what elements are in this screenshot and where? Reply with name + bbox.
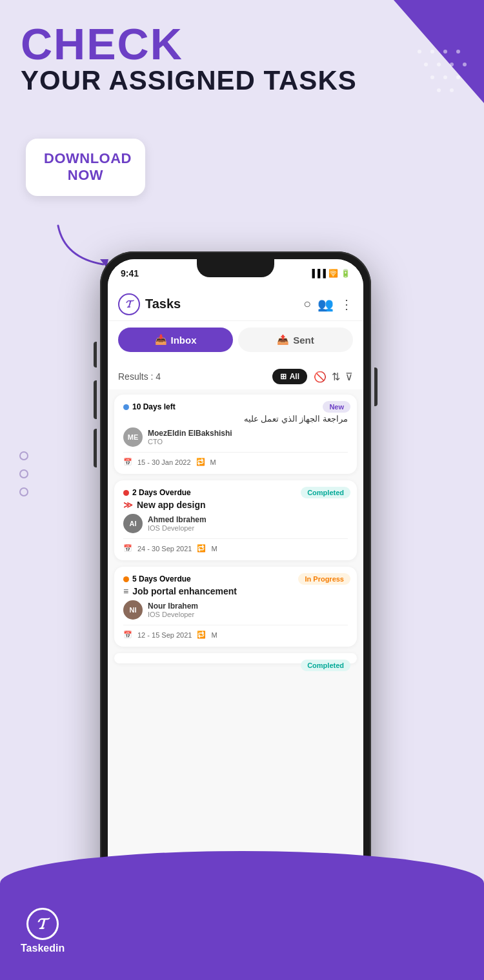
status-time: 9:41: [121, 268, 139, 279]
svg-point-11: [437, 88, 441, 92]
battery-icon: 🔋: [341, 269, 350, 278]
task-1-days: 10 Days left: [123, 402, 348, 411]
svg-point-6: [450, 63, 454, 66]
deco-circles: [19, 451, 28, 496]
task-2-person: AI Ahmed Ibrahem IOS Developer: [123, 514, 348, 533]
repeat-icon: 🔁: [196, 458, 205, 466]
dot-icon: [123, 404, 129, 410]
task-card-1[interactable]: New 10 Days left مراجعة الجهاز الذي تعمل…: [114, 395, 357, 474]
task-1-person: ME MoezEldin ElBakshishi CTO: [123, 427, 348, 447]
sort-icon[interactable]: ⇅: [332, 371, 340, 383]
power-button: [374, 368, 378, 406]
app-title: Tasks: [145, 297, 298, 311]
signal-icon: ▐▐▐: [309, 269, 326, 278]
brand-logo: 𝓣: [26, 908, 59, 940]
task-1-badge: New: [323, 401, 350, 413]
assigned-heading: YOUR ASSIGNED TASKS: [21, 66, 357, 95]
results-count: Results : 4: [118, 371, 266, 382]
status-bar: 9:41 ▐▐▐ 🛜 🔋: [108, 259, 363, 288]
task-2-title: ≫ New app design: [123, 500, 348, 510]
brand-name: Taskedin: [21, 943, 65, 954]
svg-point-8: [430, 75, 434, 79]
svg-point-10: [456, 75, 460, 79]
avatar-1: ME: [123, 427, 143, 447]
person-3-name: Nour Ibrahem: [148, 602, 198, 611]
task-3-title: ≡ Job portal enhancement: [123, 586, 348, 596]
download-text: DOWNLOADNOW: [44, 150, 127, 184]
repeat-icon: 🔁: [197, 544, 206, 553]
tabs-section: 📥 Inbox 📤 Sent: [108, 321, 363, 358]
avatar-3: NI: [123, 600, 143, 620]
task-3-meta: 📅 12 - 15 Sep 2021 🔁 M: [123, 625, 348, 639]
inbox-tab[interactable]: 📥 Inbox: [118, 328, 233, 352]
all-filter-badge[interactable]: ⊞ All: [272, 369, 307, 384]
task-2-badge: Completed: [301, 487, 350, 498]
volume-up-button: [94, 380, 97, 419]
priority-icon: ≫: [123, 500, 133, 510]
calendar-icon: 📅: [123, 544, 132, 553]
task-3-person: NI Nour Ibrahem IOS Developer: [123, 600, 348, 620]
dot-icon: [123, 490, 129, 496]
filter-icon[interactable]: ⊽: [345, 371, 353, 383]
more-icon[interactable]: ⋮: [340, 297, 353, 312]
app-logo: 𝓣: [118, 293, 140, 315]
person-2-role: IOS Developer: [148, 524, 207, 532]
avatar-2: AI: [123, 514, 143, 533]
blocked-icon[interactable]: 🚫: [314, 371, 327, 383]
search-icon[interactable]: ○: [303, 297, 311, 311]
task-3-badge: In Progress: [298, 573, 350, 585]
volume-down-button: [94, 429, 97, 467]
check-heading: CHECK: [21, 22, 357, 66]
person-1-role: CTO: [148, 438, 232, 446]
bg-dots: [407, 39, 471, 103]
contacts-icon[interactable]: 👥: [318, 297, 334, 312]
task-4-badge-partial: Completed: [301, 660, 350, 671]
task-card-3[interactable]: In Progress 5 Days Overdue ≡ Job portal …: [114, 567, 357, 647]
dot-icon: [123, 576, 129, 582]
phone-screen: 9:41 ▐▐▐ 🛜 🔋 𝓣 Tasks ○ 👥 ⋮: [108, 259, 363, 940]
filter-icons: 🚫 ⇅ ⊽: [314, 371, 353, 383]
header-section: CHECK YOUR ASSIGNED TASKS: [21, 22, 357, 95]
sent-tab[interactable]: 📤 Sent: [238, 328, 353, 352]
svg-point-0: [418, 50, 421, 54]
inbox-icon: 📥: [155, 334, 167, 346]
svg-point-2: [443, 50, 447, 54]
svg-point-1: [430, 50, 434, 54]
svg-point-12: [450, 88, 454, 92]
brand-section: 𝓣 Taskedin: [21, 908, 65, 954]
status-icons: ▐▐▐ 🛜 🔋: [309, 269, 350, 278]
repeat-icon: 🔁: [197, 631, 206, 639]
task-card-2[interactable]: Completed 2 Days Overdue ≫ New app desig…: [114, 480, 357, 560]
svg-point-3: [456, 50, 460, 54]
calendar-icon: 📅: [123, 458, 132, 466]
list-icon: ≡: [123, 586, 128, 596]
svg-point-9: [443, 75, 447, 79]
person-3-role: IOS Developer: [148, 611, 198, 618]
task-card-4-partial: Completed: [114, 653, 357, 663]
mute-button: [94, 342, 97, 368]
svg-point-4: [424, 63, 428, 66]
bg-wave: [0, 851, 484, 980]
results-bar: Results : 4 ⊞ All 🚫 ⇅ ⊽: [108, 362, 363, 391]
download-button[interactable]: DOWNLOADNOW: [26, 139, 145, 196]
svg-point-7: [463, 63, 467, 66]
person-1-name: MoezEldin ElBakshishi: [148, 429, 232, 438]
header-icons: ○ 👥 ⋮: [303, 297, 353, 312]
task-2-meta: 📅 24 - 30 Sep 2021 🔁 M: [123, 538, 348, 553]
notch: [197, 259, 274, 277]
person-2-name: Ahmed Ibrahem: [148, 515, 207, 524]
phone-mockup: 9:41 ▐▐▐ 🛜 🔋 𝓣 Tasks ○ 👥 ⋮: [100, 251, 371, 948]
task-list: New 10 Days left مراجعة الجهاز الذي تعمل…: [108, 389, 363, 901]
task-1-title: مراجعة الجهاز الذي تعمل عليه: [123, 414, 348, 424]
sent-icon: 📤: [277, 334, 289, 346]
app-header: 𝓣 Tasks ○ 👥 ⋮: [108, 288, 363, 321]
wifi-icon: 🛜: [328, 269, 338, 278]
svg-point-5: [437, 63, 441, 66]
task-1-meta: 📅 15 - 30 Jan 2022 🔁 M: [123, 452, 348, 466]
calendar-icon: 📅: [123, 631, 132, 639]
